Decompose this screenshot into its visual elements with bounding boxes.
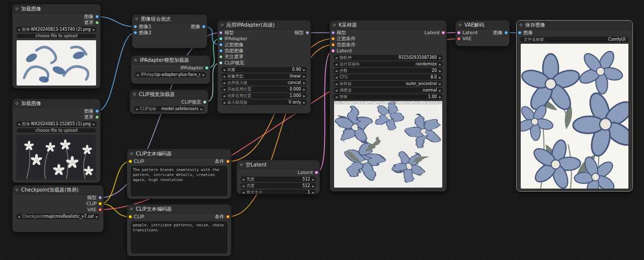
combine-embeds-widget[interactable]: ◀ 合并嵌入组 concat ▶ bbox=[221, 80, 307, 85]
node-title-bar[interactable]: 空Latent bbox=[237, 160, 319, 169]
upload-button[interactable]: choose file to upload bbox=[16, 33, 97, 39]
node-title-bar[interactable]: K采样器 bbox=[330, 21, 446, 30]
image2-input-port[interactable] bbox=[133, 31, 137, 35]
combo-left-arrow[interactable]: ◀ bbox=[135, 107, 138, 111]
stepper-left-arrow[interactable]: ◀ bbox=[335, 95, 338, 99]
conditioning-output-port[interactable] bbox=[226, 159, 230, 163]
node-graph-canvas[interactable]: 加载图像 图像 遮罩 ◀ 图像 WX20240813-145740 (2).pn… bbox=[0, 0, 644, 260]
stepper-left-arrow[interactable]: ◀ bbox=[242, 191, 245, 194]
node-title-bar[interactable]: 图像组合批次 bbox=[132, 15, 207, 24]
embeds-scaling-widget[interactable]: ◀ 嵌入组缩放 V only ▶ bbox=[221, 100, 307, 105]
clip-vision-output-port[interactable] bbox=[203, 100, 207, 104]
load-image-node-1[interactable]: 加载图像 图像 遮罩 ◀ 图像 WX20240813-145740 (2).pn… bbox=[12, 4, 101, 89]
stepper-left-arrow[interactable]: ◀ bbox=[223, 68, 225, 71]
node-title-bar[interactable]: CLIP文本编码器 bbox=[127, 149, 231, 158]
combo-right-arrow[interactable]: ▶ bbox=[303, 74, 305, 78]
image-output-port[interactable] bbox=[95, 109, 99, 113]
height-widget[interactable]: ◀ 高度 512 ▶ bbox=[240, 183, 316, 189]
batch-size-widget[interactable]: ◀ 批次大小 1 ▶ bbox=[240, 190, 316, 194]
stepper-left-arrow[interactable]: ◀ bbox=[335, 69, 338, 72]
stepper-left-arrow[interactable]: ◀ bbox=[335, 56, 338, 59]
stepper-right-arrow[interactable]: ▶ bbox=[312, 184, 314, 188]
collapse-icon[interactable] bbox=[333, 24, 336, 26]
node-title-bar[interactable]: 加载图像 bbox=[13, 5, 100, 14]
combo-right-arrow[interactable]: ▶ bbox=[96, 215, 98, 218]
image-output-port[interactable] bbox=[202, 25, 206, 29]
denoise-widget[interactable]: ◀ 降噪 1.00 ▶ bbox=[334, 94, 443, 100]
combo-left-arrow[interactable]: ◀ bbox=[223, 101, 225, 104]
clip-input-port[interactable] bbox=[128, 215, 132, 219]
collapse-icon[interactable] bbox=[520, 24, 522, 26]
ipadapter-loader-node[interactable]: IPAdapter模型加载器 IPAdapter ◀ IPAdapter文件 i… bbox=[131, 55, 210, 84]
collapse-icon[interactable] bbox=[135, 18, 138, 20]
mask-output-port[interactable] bbox=[95, 115, 99, 119]
combo-left-arrow[interactable]: ◀ bbox=[223, 74, 225, 78]
stepper-right-arrow[interactable]: ▶ bbox=[439, 95, 441, 99]
combo-left-arrow[interactable]: ◀ bbox=[335, 82, 338, 85]
combo-right-arrow[interactable]: ▶ bbox=[303, 101, 305, 104]
checkpoint-name-widget[interactable]: ◀ Checkpoint名称 majicmixRealistic_v7.safe… bbox=[16, 214, 100, 219]
control-after-generate-widget[interactable]: ◀ 运行后操作 randomize ▶ bbox=[334, 61, 443, 67]
positive-image-input-port[interactable] bbox=[219, 43, 223, 47]
node-title-bar[interactable]: Checkpoint加载器(简易) bbox=[13, 186, 103, 195]
model-input-port[interactable] bbox=[331, 31, 335, 35]
collapse-icon[interactable] bbox=[16, 189, 18, 191]
stepper-right-arrow[interactable]: ▶ bbox=[303, 68, 305, 71]
mask-output-port[interactable] bbox=[95, 21, 99, 25]
vae-input-port[interactable] bbox=[457, 37, 461, 41]
clip-input-port[interactable] bbox=[128, 159, 132, 163]
image-output-port[interactable] bbox=[504, 31, 508, 35]
weight-type-widget[interactable]: ◀ 权重类型 linear ▶ bbox=[221, 73, 307, 79]
latent-output-port[interactable] bbox=[314, 170, 318, 175]
node-title-bar[interactable]: 保存图像 bbox=[517, 21, 632, 30]
combo-left-arrow[interactable]: ◀ bbox=[18, 122, 20, 126]
combo-left-arrow[interactable]: ◀ bbox=[136, 73, 139, 76]
attention-mask-input-port[interactable] bbox=[219, 55, 223, 59]
collapse-icon[interactable] bbox=[130, 208, 133, 210]
stepper-right-arrow[interactable]: ▶ bbox=[312, 178, 314, 181]
clip-output-port[interactable] bbox=[98, 202, 102, 206]
cfg-widget[interactable]: ◀ CFG 8.0 ▶ bbox=[334, 74, 443, 80]
collapse-icon[interactable] bbox=[133, 93, 136, 96]
ipadapter-output-port[interactable] bbox=[205, 66, 209, 70]
combo-right-arrow[interactable]: ▶ bbox=[439, 89, 441, 92]
combo-right-arrow[interactable]: ▶ bbox=[439, 82, 441, 85]
start-at-widget[interactable]: ◀ 开始应用位置 0.000 ▶ bbox=[221, 86, 307, 92]
save-image-node[interactable]: 保存图像 图像 文件名前缀 ComfyUI bbox=[516, 20, 633, 192]
stepper-left-arrow[interactable]: ◀ bbox=[242, 184, 245, 188]
positive-conditioning-input-port[interactable] bbox=[331, 37, 335, 41]
combo-right-arrow[interactable]: ▶ bbox=[303, 81, 305, 84]
node-title-bar[interactable]: VAE解码 bbox=[456, 21, 509, 30]
clip-text-encode-negative-node[interactable]: CLIP文本编码器 CLIP 条件 people, intricate patt… bbox=[127, 204, 231, 256]
combo-right-arrow[interactable]: ▶ bbox=[200, 107, 203, 111]
stepper-left-arrow[interactable]: ◀ bbox=[223, 88, 225, 91]
filename-prefix-widget[interactable]: 文件名前缀 ComfyUI bbox=[520, 37, 629, 42]
combo-right-arrow[interactable]: ▶ bbox=[202, 73, 205, 76]
model-input-port[interactable] bbox=[219, 31, 223, 35]
collapse-icon[interactable] bbox=[221, 24, 223, 26]
collapse-icon[interactable] bbox=[130, 152, 133, 155]
model-output-port[interactable] bbox=[98, 196, 102, 200]
clip-text-encode-positive-node[interactable]: CLIP文本编码器 CLIP 条件 The pattern blends sea… bbox=[127, 149, 231, 199]
stepper-left-arrow[interactable]: ◀ bbox=[335, 75, 338, 79]
clip-vision-input-port[interactable] bbox=[219, 61, 223, 65]
apply-ipadapter-node[interactable]: 应用IPAdapter(高级) 模型 模型 IPAdapter 正面图像 负面图… bbox=[217, 20, 311, 114]
node-title-bar[interactable]: 应用IPAdapter(高级) bbox=[218, 21, 310, 30]
upload-button[interactable]: choose file to upload bbox=[16, 128, 97, 133]
combo-left-arrow[interactable]: ◀ bbox=[18, 215, 20, 218]
conditioning-output-port[interactable] bbox=[226, 215, 230, 219]
image-input-port[interactable] bbox=[518, 31, 522, 35]
seed-widget[interactable]: ◀ 随机种 931502931087360 ▶ bbox=[334, 55, 443, 60]
combo-left-arrow[interactable]: ◀ bbox=[223, 81, 225, 84]
stepper-left-arrow[interactable]: ◀ bbox=[223, 94, 225, 98]
sampler-widget[interactable]: ◀ 采样器 euler_ancestral ▶ bbox=[334, 81, 443, 86]
clip-vision-loader-node[interactable]: CLIP视觉加载器 CLIP视觉 ◀ CLIP名称 model.safetens… bbox=[130, 90, 208, 114]
collapse-icon[interactable] bbox=[16, 8, 18, 10]
checkpoint-loader-node[interactable]: Checkpoint加载器(简易) 模型 CLIP VAE ◀ Checkpoi… bbox=[12, 185, 104, 232]
collapse-icon[interactable] bbox=[16, 102, 18, 105]
vae-decode-node[interactable]: VAE解码 Latent 图像 VAE bbox=[455, 20, 510, 46]
negative-conditioning-input-port[interactable] bbox=[331, 43, 335, 47]
latent-output-port[interactable] bbox=[441, 31, 445, 35]
weight-widget[interactable]: ◀ 权重 0.90 ▶ bbox=[221, 67, 307, 72]
model-output-port[interactable] bbox=[305, 31, 309, 35]
